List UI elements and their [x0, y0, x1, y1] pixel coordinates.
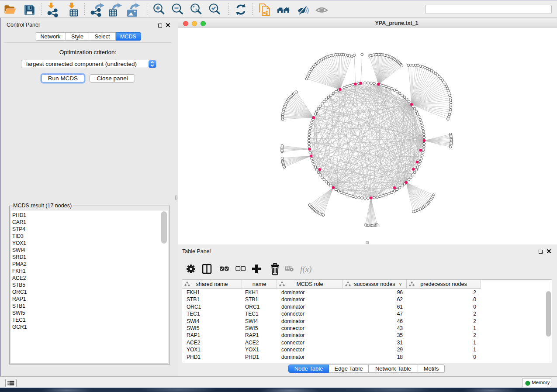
svg-text:f(x): f(x): [300, 265, 311, 274]
